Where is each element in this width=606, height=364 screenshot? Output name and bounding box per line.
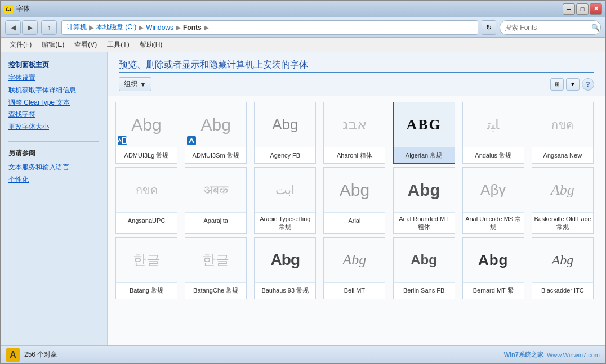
preview-text: Abg bbox=[131, 115, 161, 134]
sidebar-also-section: 文本服务和输入语言 个性化 bbox=[1, 160, 107, 190]
back-button[interactable]: ◀ bbox=[5, 20, 21, 35]
preview-text: Abg bbox=[552, 253, 574, 268]
maximize-button[interactable]: □ bbox=[576, 3, 589, 15]
shortcut-icon bbox=[118, 136, 127, 145]
font-preview-bellmt: Abg bbox=[324, 238, 385, 283]
font-item-arial[interactable]: Abg Arial bbox=[323, 167, 385, 234]
font-grid-container: Abg ADMUI3Lg 常规 Abg bbox=[108, 96, 605, 345]
font-preview-algerian: ABG bbox=[394, 102, 454, 147]
font-item-admui3lg[interactable]: Abg ADMUI3Lg 常规 bbox=[115, 102, 177, 164]
font-item-bellmt[interactable]: Abg Bell MT bbox=[323, 237, 385, 299]
font-item-batangche[interactable]: 한글 BatangChe 常规 bbox=[185, 237, 247, 299]
font-preview-batang: 한글 bbox=[116, 238, 177, 283]
font-item-angsanaupc[interactable]: กขค AngsanaUPC bbox=[115, 167, 177, 234]
font-item-baskerville[interactable]: Abg Baskerville Old Face 常规 bbox=[532, 167, 594, 234]
statusbar: A 256 个对象 Win7系统之家 Www.Winwin7.com bbox=[1, 345, 605, 363]
search-icon: 🔍 bbox=[591, 24, 600, 32]
font-preview-baskerville: Abg bbox=[532, 168, 593, 213]
view-dropdown-button[interactable]: ▼ bbox=[566, 78, 580, 91]
font-item-arabictypesetting[interactable]: ابت Arabic Typesetting 常规 bbox=[254, 167, 316, 234]
font-name-aparajita: Aparajita bbox=[202, 213, 229, 228]
preview-text: Abg bbox=[478, 251, 509, 269]
font-preview-angsananew: กขค bbox=[532, 102, 593, 147]
font-item-blackadder[interactable]: Abg Blackadder ITC bbox=[532, 237, 594, 299]
font-name-andalus: Andalus 常规 bbox=[473, 147, 513, 163]
font-name-batang: Batang 常规 bbox=[128, 283, 165, 299]
help-button[interactable]: ? bbox=[582, 78, 594, 91]
preview-text: 한글 bbox=[202, 251, 229, 269]
sidebar-title: 控制面板主页 bbox=[8, 60, 99, 70]
up-button[interactable]: ↑ bbox=[41, 20, 57, 35]
organize-arrow-icon: ▼ bbox=[140, 80, 146, 88]
sidebar-link-font-settings[interactable]: 字体设置 bbox=[8, 73, 99, 83]
sidebar-link-personalize[interactable]: 个性化 bbox=[8, 175, 99, 185]
organize-button[interactable]: 组织 ▼ bbox=[119, 77, 152, 91]
refresh-button[interactable]: ↻ bbox=[482, 20, 496, 35]
font-name-bellmt: Bell MT bbox=[342, 283, 367, 299]
font-item-algerian[interactable]: ABG Algerian 常规 bbox=[393, 102, 455, 164]
font-item-admui3sm[interactable]: Abg ADMUI3Sm 常规 bbox=[185, 102, 247, 164]
panel-title: 预览、删除或者显示和隐藏计算机上安装的字体 bbox=[119, 59, 594, 73]
titlebar-controls: ─ □ ✕ bbox=[563, 3, 602, 15]
minimize-button[interactable]: ─ bbox=[563, 3, 575, 15]
panel-header: 预览、删除或者显示和隐藏计算机上安装的字体 组织 ▼ ⊞ ▼ ? bbox=[108, 52, 605, 96]
font-name-arabictypesetting: Arabic Typesetting 常规 bbox=[255, 213, 315, 233]
breadcrumb-drive[interactable]: 本地磁盘 (C:) bbox=[96, 23, 136, 32]
preview-text: Abg bbox=[551, 182, 574, 199]
font-item-bernardmt[interactable]: Abg Bernard MT 紧 bbox=[462, 237, 524, 299]
font-name-berlinsansfb: Berlin Sans FB bbox=[402, 283, 446, 299]
font-item-aparajita[interactable]: अबक Aparajita bbox=[185, 167, 247, 234]
font-item-angsananew[interactable]: กขค Angsana New bbox=[532, 102, 594, 164]
font-item-aharoni[interactable]: אבג Aharoni 粗体 bbox=[323, 102, 385, 164]
status-right: Win7系统之家 Www.Winwin7.com bbox=[504, 350, 600, 359]
font-preview-arialrounded: Abg bbox=[394, 168, 454, 213]
titlebar-left: 🗂 字体 bbox=[4, 4, 30, 14]
sidebar-link-online-fonts[interactable]: 联机获取字体详细信息 bbox=[8, 86, 99, 95]
menu-view[interactable]: 查看(V) bbox=[70, 38, 101, 51]
font-name-bernardmt: Bernard MT 紧 bbox=[471, 283, 515, 299]
font-name-arialunicode: Arial Unicode MS 常规 bbox=[463, 213, 524, 233]
menu-help[interactable]: 帮助(H) bbox=[135, 38, 167, 51]
view-list-button[interactable]: ⊞ bbox=[550, 78, 564, 91]
watermark-url: Www.Winwin7.com bbox=[547, 352, 600, 358]
titlebar-icon: 🗂 bbox=[4, 5, 13, 14]
font-preview-arabictypesetting: ابت bbox=[255, 168, 315, 213]
font-item-berlinsansfb[interactable]: Abg Berlin Sans FB bbox=[393, 237, 455, 299]
font-preview-arialunicode: Αβγ bbox=[463, 168, 524, 213]
preview-text: Αβγ bbox=[480, 181, 506, 199]
addressbar: ◀ ▶ ↑ 计算机 ▶ 本地磁盘 (C:) ▶ Windows ▶ Fonts … bbox=[1, 17, 605, 38]
breadcrumb-sep-4: ▶ bbox=[204, 24, 209, 32]
font-preview-blackadder: Abg bbox=[532, 238, 593, 283]
preview-text: ابت bbox=[275, 183, 295, 197]
font-name-admui3sm: ADMUI3Sm 常规 bbox=[191, 147, 241, 163]
font-item-andalus[interactable]: ﺎﺒﺗ Andalus 常规 bbox=[462, 102, 524, 164]
font-preview-bernardmt: Abg bbox=[463, 238, 524, 283]
font-name-blackadder: Blackadder ITC bbox=[540, 283, 586, 299]
organize-label: 组织 bbox=[124, 79, 137, 89]
menu-tools[interactable]: 工具(T) bbox=[103, 38, 133, 51]
font-item-arialunicode[interactable]: Αβγ Arial Unicode MS 常规 bbox=[462, 167, 524, 234]
menu-edit[interactable]: 编辑(E) bbox=[37, 38, 69, 51]
sidebar-link-find-char[interactable]: 查找字符 bbox=[8, 110, 99, 119]
breadcrumb-computer[interactable]: 计算机 bbox=[66, 23, 87, 32]
search-input[interactable] bbox=[505, 24, 589, 32]
menu-file[interactable]: 文件(F) bbox=[5, 38, 36, 51]
font-item-bauhaus93[interactable]: Abg Bauhaus 93 常规 bbox=[254, 237, 316, 299]
sidebar-divider bbox=[8, 141, 99, 142]
breadcrumb-sep-2: ▶ bbox=[139, 24, 144, 32]
font-item-arialrounded[interactable]: Abg Arial Rounded MT 粗体 bbox=[393, 167, 455, 234]
preview-text: אבג bbox=[342, 116, 367, 133]
sidebar-link-cleartype[interactable]: 调整 ClearType 文本 bbox=[8, 98, 99, 107]
font-item-agencyfb[interactable]: Abg Agency FB bbox=[254, 102, 316, 164]
forward-button[interactable]: ▶ bbox=[22, 20, 38, 35]
sidebar: 控制面板主页 字体设置 联机获取字体详细信息 调整 ClearType 文本 查… bbox=[1, 52, 108, 345]
sidebar-link-font-size[interactable]: 更改字体大小 bbox=[8, 122, 99, 132]
breadcrumb-windows[interactable]: Windows bbox=[146, 24, 173, 32]
font-item-batang[interactable]: 한글 Batang 常规 bbox=[115, 237, 177, 299]
sidebar-link-text-services[interactable]: 文本服务和输入语言 bbox=[8, 163, 99, 172]
font-preview-arial: Abg bbox=[324, 168, 385, 213]
preview-text: Abg bbox=[200, 115, 230, 134]
close-button[interactable]: ✕ bbox=[590, 3, 602, 15]
font-preview-aparajita: अबक bbox=[185, 168, 246, 213]
preview-text: ABG bbox=[406, 116, 441, 133]
